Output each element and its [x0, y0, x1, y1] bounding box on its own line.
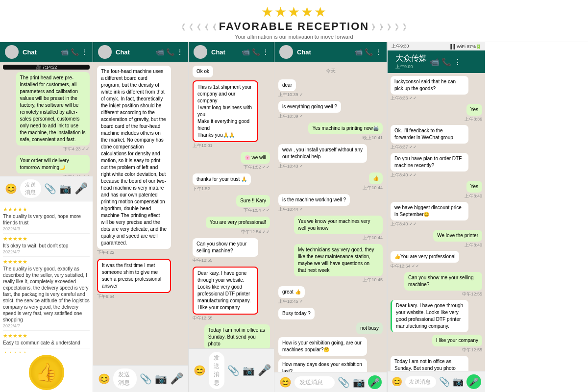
emoji-icon[interactable]: 😊	[392, 376, 402, 387]
camera-icon[interactable]: 📷	[155, 373, 167, 385]
msg-row: You are very professional! 中午12:54 ✓✓	[206, 217, 270, 235]
message-input[interactable]: 发送消息	[113, 368, 137, 389]
msg-time: 上午10:44	[363, 235, 383, 241]
attach-icon[interactable]: 📎	[227, 365, 240, 376]
emoji-icon[interactable]: 😊	[194, 365, 206, 376]
battery-icon: 87%🔋	[467, 44, 481, 49]
msg-time: 上午8:40 ✓✓	[391, 221, 417, 227]
chat2-body: The four-head machine uses a different b…	[93, 62, 188, 365]
send-icon[interactable]: 🎤	[74, 182, 88, 195]
camera-icon[interactable]: 📷	[59, 183, 72, 195]
msg-bubble: Sure !! Kary	[236, 195, 270, 207]
msg-bubble: How is your exhibition going, are our ma…	[278, 337, 367, 356]
emoji-icon[interactable]: 😊	[5, 183, 17, 195]
chat1-name: Chat	[23, 49, 37, 56]
attach-icon[interactable]: 📎	[439, 376, 450, 387]
chat4-footer: 😊 发送消息 📎 📷 🎤	[274, 372, 387, 392]
panel-right-chat: 上午9:30 ▐▐ WiFi 87%🔋 大众传媒 上午9:00 📹 📞 ⋮ lu…	[387, 42, 485, 392]
review-date: 2022/4/3	[3, 226, 90, 231]
review-text: It's okay to wait, but don't stop	[3, 243, 90, 249]
msg-bubble: Yes	[466, 181, 482, 193]
send-icon[interactable]: 🎤	[258, 364, 271, 377]
msg-row: Yes 上午8:40	[465, 181, 482, 199]
msg-time: 上午10:01	[193, 143, 213, 149]
camera-icon[interactable]: 📷	[353, 376, 365, 388]
message-input[interactable]: 发送消息	[209, 352, 224, 389]
message-input[interactable]: 发送消息	[20, 179, 41, 198]
msg-time: 下午1:52 ✓✓	[244, 164, 270, 171]
msg-row: We love the printer 上午8:40	[433, 230, 482, 248]
camera-icon[interactable]: 📷	[453, 376, 464, 387]
chat4-header: Chat 📹 📞 ⋮	[274, 42, 387, 62]
send-button[interactable]: 🎤	[466, 374, 481, 389]
msg-bubble: 👍	[369, 172, 383, 184]
review-item: ★★★★★ The quality is very good, hope mor…	[3, 204, 90, 234]
attach-icon[interactable]: 📎	[44, 183, 56, 195]
msg-row: The print head were pre-installed for cu…	[16, 72, 90, 152]
attach-icon[interactable]: 📎	[140, 373, 152, 385]
panel-chat3: Chat 📹 📞 ⋮ Ok ok This is 1st shipment yo…	[189, 42, 274, 392]
msg-bubble: Busy today ?	[278, 308, 315, 319]
message-input[interactable]: 发送消息	[294, 376, 335, 389]
chat3-name: Chat	[211, 49, 225, 56]
avatar	[279, 45, 293, 59]
review-stars: ★★★★★	[3, 236, 90, 242]
msg-bubble: Can you show me your selling machine?	[404, 272, 482, 291]
send-icon[interactable]: 🎤	[170, 372, 183, 385]
msg-bubble: we have biggest discount price in Septem…	[391, 202, 468, 220]
message-input[interactable]: 发送消息	[405, 376, 436, 388]
msg-row: Dear kary. I have gone through your webs…	[193, 267, 258, 321]
msg-bubble: Ok ok	[193, 66, 213, 77]
msg-bubble: not busy	[356, 322, 383, 334]
msg-time: 中午12:55	[193, 315, 213, 321]
msg-bubble: Today I am not in office as Sunday. But …	[391, 356, 468, 371]
msg-bubble: is everything going well ?	[278, 101, 341, 113]
msg-row: luckyconsol said that he can pick up the…	[391, 76, 468, 101]
msg-row: Dear kary. I have gone through your webs…	[391, 300, 468, 332]
attach-icon[interactable]: 📎	[338, 376, 350, 388]
chat1-header: Chat 📹 📞 ⋮	[0, 42, 93, 62]
camera-icon[interactable]: 📷	[243, 365, 255, 376]
msg-bubble: The print head were pre-installed for cu…	[16, 72, 90, 146]
msg-bubble: Yes we know your machines very well you …	[294, 216, 383, 234]
chat3-footer: 😊 发送消息 📎 📷 🎤	[189, 348, 274, 392]
send-icon[interactable]: 🎤	[368, 375, 382, 389]
review-stars: ★★★★★	[3, 206, 90, 213]
msg-row: we have biggest discount price in Septem…	[391, 202, 468, 227]
chat4-icons: 📹 📞 ⋮	[354, 48, 382, 56]
review-item: ★★★★★ Easy to communicate & understand	[3, 331, 90, 348]
chat2-header: Chat 📹 📞 ⋮	[93, 42, 188, 62]
msg-time: 上午10:44	[363, 185, 383, 191]
msg-row: I like your company 中午12:55	[432, 335, 482, 353]
msg-row: Yes 上午8:36	[465, 104, 482, 122]
chat2-icons: 📹 📞 ⋮	[156, 48, 183, 56]
review-date: 2022/4/7	[3, 323, 90, 328]
msg-row: The four-head machine uses a different b…	[97, 66, 171, 256]
chat2-footer: 😊 发送消息 📎 📷 🎤	[93, 365, 188, 392]
review-item: ★★★★★ Good	[3, 348, 90, 353]
msg-time: 中午12:54 ✓✓	[391, 263, 419, 270]
review-item: ★★★★★ The quality is very good, exactly …	[3, 257, 90, 331]
status-icons: ▐▐ WiFi 87%🔋	[449, 43, 481, 49]
msg-row: is the machine working well ? 上午10:44 ✓	[278, 194, 350, 213]
msg-bubble: I like your company	[432, 335, 482, 346]
emoji-icon[interactable]: 😊	[98, 373, 110, 385]
chat1-footer: 😊 发送消息 📎 📷 🎤	[0, 176, 93, 201]
panel-reviews: Chat 📹 📞 ⋮ 🎥 7:14:22 The print head were…	[0, 42, 93, 392]
msg-row: Ok ok	[193, 66, 213, 77]
msg-row: Today I am not in office as Sunday. But …	[204, 324, 270, 348]
msg-row: Can you show me your selling machine? 中午…	[404, 272, 482, 297]
msg-time: 上午10:45	[363, 277, 383, 283]
msg-bubble: luckyconsol said that he can pick up the…	[391, 76, 468, 95]
right-chat-footer: 😊 发送消息 📎 📷 🎤	[388, 371, 485, 392]
emoji-icon[interactable]: 😊	[279, 376, 292, 388]
avatar	[98, 45, 112, 59]
right-chat-icons: 📹 📞 ⋮	[430, 57, 462, 67]
signal-icon: ▐▐	[449, 44, 455, 49]
msg-time: 上午8:40 ✓✓	[391, 172, 417, 178]
review-date: 2022/4/7	[3, 249, 90, 254]
msg-bubble: Ok. I'll feedback to the forwarder in We…	[391, 125, 468, 144]
msg-row: not busy	[356, 322, 383, 334]
msg-bubble: Can you show me your selling machine?	[193, 238, 258, 257]
chat1-body: 🎥 7:14:22 The print head were pre-instal…	[0, 62, 93, 176]
